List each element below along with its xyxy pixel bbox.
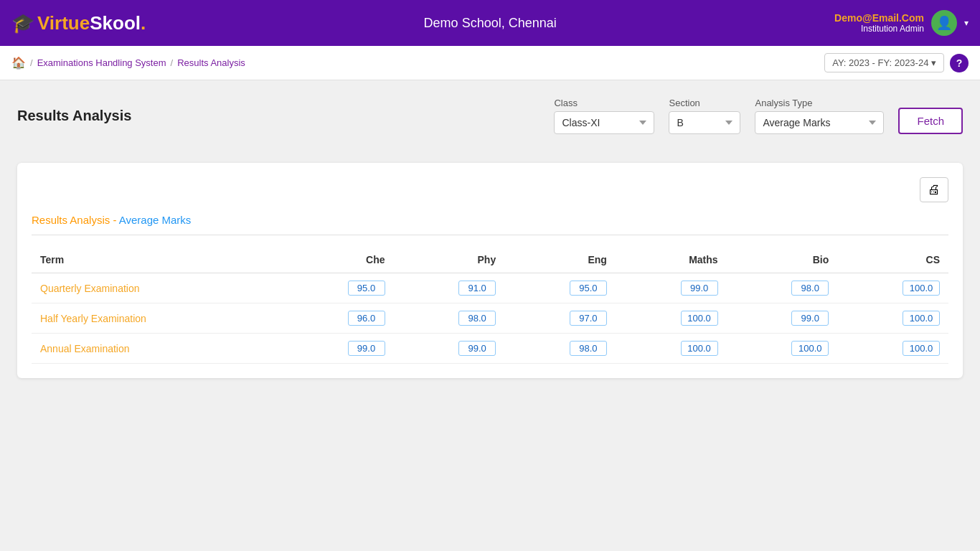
score-2-phy: 99.0 xyxy=(458,341,496,356)
section-filter-group: Section A B C xyxy=(669,98,740,134)
fetch-button[interactable]: Fetch xyxy=(898,108,963,134)
cell-2-bio: 100.0 xyxy=(727,334,838,364)
class-label: Class xyxy=(554,98,654,108)
cell-1-maths: 100.0 xyxy=(616,303,727,334)
cell-1-phy: 98.0 xyxy=(394,303,505,334)
col-eng: Eng xyxy=(504,247,616,273)
score-0-phy: 91.0 xyxy=(458,281,496,296)
cell-0-term: Quarterly Examination xyxy=(32,273,283,303)
cell-2-maths: 100.0 xyxy=(616,334,727,364)
breadcrumb-bar: 🏠 / Examinations Handling System / Resul… xyxy=(0,46,980,80)
results-table: Term Che Phy Eng Maths Bio CS Quarterly … xyxy=(32,247,948,364)
breadcrumb-link-ehs[interactable]: Examinations Handling System xyxy=(37,57,166,68)
section-title-part1: Results Analysis - xyxy=(32,214,119,226)
col-bio: Bio xyxy=(727,247,838,273)
score-2-cs: 100.0 xyxy=(903,341,940,356)
home-icon[interactable]: 🏠 xyxy=(11,56,26,70)
table-row: Quarterly Examination95.091.095.099.098.… xyxy=(32,273,948,303)
avatar[interactable]: 👤 xyxy=(931,10,957,36)
results-card: 🖨 Results Analysis - Average Marks Term … xyxy=(17,163,963,378)
score-1-che: 96.0 xyxy=(348,311,385,326)
logo-skool: Skool xyxy=(90,12,141,34)
chevron-down-icon[interactable]: ▾ xyxy=(964,18,969,28)
fy-dropdown[interactable]: AY: 2023 - FY: 2023-24 ▾ xyxy=(824,53,944,72)
table-header-row: Term Che Phy Eng Maths Bio CS xyxy=(32,247,948,273)
cell-1-che: 96.0 xyxy=(283,303,394,334)
score-1-cs: 100.0 xyxy=(903,311,940,326)
help-button[interactable]: ? xyxy=(950,54,969,72)
logo-dot: . xyxy=(141,12,146,34)
score-0-eng: 95.0 xyxy=(570,281,607,296)
fy-selector: AY: 2023 - FY: 2023-24 ▾ ? xyxy=(824,53,969,72)
cell-1-term: Half Yearly Examination xyxy=(32,303,283,334)
section-title: Results Analysis - Average Marks xyxy=(32,214,948,235)
breadcrumb-sep2: / xyxy=(171,57,174,68)
score-1-bio: 99.0 xyxy=(791,311,829,326)
user-info: Demo@Email.Com Institution Admin xyxy=(834,12,924,34)
cell-0-phy: 91.0 xyxy=(394,273,505,303)
card-header: 🖨 xyxy=(32,177,948,202)
header: 🎓 VirtueSkool. Demo School, Chennai Demo… xyxy=(0,0,980,46)
score-0-cs: 100.0 xyxy=(903,281,940,296)
cell-1-cs: 100.0 xyxy=(837,303,948,334)
fy-label: AY: 2023 - FY: 2023-24 ▾ xyxy=(832,57,936,68)
cell-2-eng: 98.0 xyxy=(504,334,616,364)
score-0-che: 95.0 xyxy=(348,281,385,296)
analysis-type-filter-group: Analysis Type Average Marks Highest Mark… xyxy=(755,98,884,134)
page-title: Results Analysis xyxy=(17,108,131,124)
logo-virtue: Virtue xyxy=(37,12,90,34)
col-che: Che xyxy=(283,247,394,273)
cell-0-che: 95.0 xyxy=(283,273,394,303)
score-1-maths: 100.0 xyxy=(681,311,718,326)
table-row: Annual Examination99.099.098.0100.0100.0… xyxy=(32,334,948,364)
breadcrumb-sep1: / xyxy=(30,57,33,68)
cell-2-phy: 99.0 xyxy=(394,334,505,364)
user-role: Institution Admin xyxy=(834,24,924,34)
section-label: Section xyxy=(669,98,740,108)
score-2-bio: 100.0 xyxy=(791,341,829,356)
col-term: Term xyxy=(32,247,283,273)
col-cs: CS xyxy=(837,247,948,273)
col-phy: Phy xyxy=(394,247,505,273)
score-2-eng: 98.0 xyxy=(570,341,607,356)
cell-0-maths: 99.0 xyxy=(616,273,727,303)
score-2-maths: 100.0 xyxy=(681,341,718,356)
section-select[interactable]: A B C xyxy=(669,111,740,134)
cell-0-eng: 95.0 xyxy=(504,273,616,303)
analysis-type-select[interactable]: Average Marks Highest Marks Pass Percent… xyxy=(755,111,884,134)
section-title-part2: Average Marks xyxy=(119,214,192,226)
filter-row: Class Class-XI Class-X Class-XII Section… xyxy=(554,98,963,134)
cell-1-eng: 97.0 xyxy=(504,303,616,334)
print-button[interactable]: 🖨 xyxy=(920,177,948,202)
score-0-bio: 98.0 xyxy=(791,281,829,296)
cell-2-che: 99.0 xyxy=(283,334,394,364)
score-1-phy: 98.0 xyxy=(458,311,496,326)
cell-0-bio: 98.0 xyxy=(727,273,838,303)
cell-0-cs: 100.0 xyxy=(837,273,948,303)
class-filter-group: Class Class-XI Class-X Class-XII xyxy=(554,98,654,134)
score-1-eng: 97.0 xyxy=(570,311,607,326)
table-row: Half Yearly Examination96.098.097.0100.0… xyxy=(32,303,948,334)
score-2-che: 99.0 xyxy=(348,341,385,356)
breadcrumb: 🏠 / Examinations Handling System / Resul… xyxy=(11,56,245,70)
breadcrumb-current: Results Analysis xyxy=(177,57,245,68)
cell-2-cs: 100.0 xyxy=(837,334,948,364)
cell-1-bio: 99.0 xyxy=(727,303,838,334)
col-maths: Maths xyxy=(616,247,727,273)
analysis-type-label: Analysis Type xyxy=(755,98,884,108)
class-select[interactable]: Class-XI Class-X Class-XII xyxy=(554,111,654,134)
main-content: Results Analysis Class Class-XI Class-X … xyxy=(0,80,980,395)
logo: 🎓 VirtueSkool. xyxy=(11,12,146,34)
header-right: Demo@Email.Com Institution Admin 👤 ▾ xyxy=(834,10,969,36)
cell-2-term: Annual Examination xyxy=(32,334,283,364)
user-email: Demo@Email.Com xyxy=(834,12,924,24)
school-name: Demo School, Chennai xyxy=(424,16,557,31)
score-0-maths: 99.0 xyxy=(681,281,718,296)
